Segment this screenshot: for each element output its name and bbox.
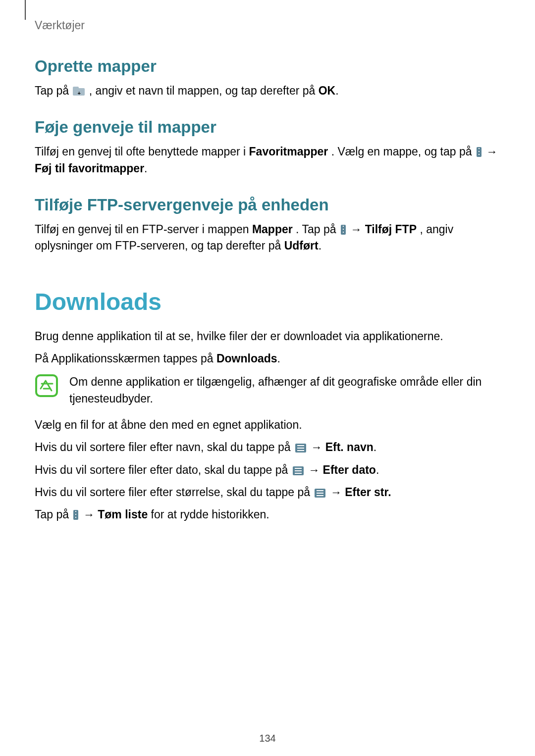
text: . — [376, 463, 379, 476]
paragraph: Tilføj en genvej til ofte benyttede mapp… — [35, 144, 500, 177]
text: Hvis du vil sortere filer efter dato, sk… — [35, 463, 291, 476]
arrow-text: → — [311, 441, 325, 454]
text: Tilføj en genvej til ofte benyttede mapp… — [35, 145, 249, 158]
text: Tap på — [35, 508, 72, 521]
text: Hvis du vil sortere filer efter størrels… — [35, 486, 313, 499]
paragraph: På Applikationsskærmen tappes på Downloa… — [35, 351, 500, 367]
text: Tilføj en genvej til en FTP-server i map… — [35, 223, 252, 236]
mapper-label: Mapper — [252, 223, 293, 236]
add-to-favorites-label: Føj til favoritmapper — [35, 162, 144, 175]
paragraph: Tap på → Tøm liste for at rydde historik… — [35, 506, 500, 523]
svg-rect-0 — [36, 375, 57, 396]
page-number: 134 — [0, 733, 535, 744]
manual-page: Værktøjer Oprette mapper Tap på + , angi… — [0, 0, 535, 756]
kebab-menu-icon — [477, 147, 482, 157]
text: . — [319, 239, 321, 252]
breadcrumb: Værktøjer — [35, 19, 500, 32]
text: . — [144, 162, 147, 175]
downloads-label: Downloads — [216, 352, 277, 365]
text: . — [335, 84, 338, 97]
sort-icon — [315, 489, 325, 498]
paragraph: Hvis du vil sortere filer efter størrels… — [35, 484, 500, 501]
text: , angiv et navn til mappen, og tap deref… — [89, 84, 319, 97]
kebab-menu-icon — [73, 510, 78, 520]
text: Hvis du vil sortere filer efter navn, sk… — [35, 441, 294, 454]
text: for at rydde historikken. — [151, 508, 269, 521]
note-text: Om denne applikation er tilgængelig, afh… — [69, 374, 500, 407]
text: . Vælg en mappe, og tap på — [331, 145, 475, 158]
paragraph: Tap på + , angiv et navn til mappen, og … — [35, 83, 500, 99]
udfort-label: Udført — [284, 239, 319, 252]
tilfoj-ftp-label: Tilføj FTP — [365, 223, 417, 236]
vertical-rule — [25, 0, 26, 20]
arrow-text: → — [486, 145, 497, 158]
text: . — [277, 352, 280, 365]
arrow-text: → — [308, 463, 322, 476]
note-icon — [35, 374, 58, 400]
paragraph: Hvis du vil sortere filer efter dato, sk… — [35, 462, 500, 478]
sort-icon — [295, 444, 306, 453]
sort-date-label: Efter dato — [323, 463, 376, 476]
paragraph: Hvis du vil sortere filer efter navn, sk… — [35, 439, 500, 455]
ok-label: OK — [319, 84, 336, 97]
clear-list-label: Tøm liste — [98, 508, 148, 521]
heading-downloads: Downloads — [35, 288, 500, 315]
favoritmapper-label: Favoritmapper — [249, 145, 328, 158]
paragraph: Brug denne applikation til at se, hvilke… — [35, 328, 500, 345]
text: . Tap på — [296, 223, 339, 236]
sort-name-label: Eft. navn — [325, 441, 374, 454]
heading-shortcut-folders: Føje genveje til mapper — [35, 118, 500, 137]
arrow-text: → — [83, 508, 98, 521]
heading-create-folders: Oprette mapper — [35, 57, 500, 76]
note-callout: Om denne applikation er tilgængelig, afh… — [35, 374, 500, 407]
text: Tap på — [35, 84, 72, 97]
kebab-menu-icon — [341, 225, 346, 235]
sort-icon — [293, 466, 304, 475]
text: På Applikationsskærmen tappes på — [35, 352, 216, 365]
sort-size-label: Efter str. — [345, 486, 391, 499]
text: . — [374, 441, 376, 454]
paragraph: Vælg en fil for at åbne den med en egnet… — [35, 417, 500, 433]
paragraph: Tilføj en genvej til en FTP-server i map… — [35, 221, 500, 254]
new-folder-icon: + — [73, 87, 85, 96]
heading-ftp: Tilføje FTP-servergenveje på enheden — [35, 196, 500, 214]
arrow-text: → — [330, 486, 345, 499]
arrow-text: → — [350, 223, 365, 236]
